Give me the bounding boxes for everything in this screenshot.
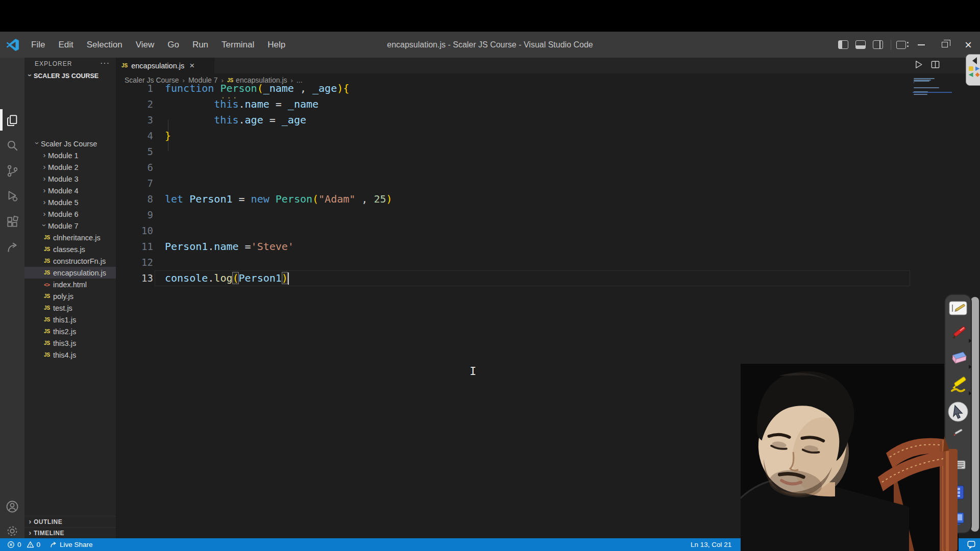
outline-section[interactable]: › OUTLINE (24, 516, 116, 527)
highlighter-tool[interactable] (949, 375, 967, 396)
tree-item-this3-js[interactable]: JSthis3.js (24, 337, 116, 349)
code-line-4[interactable]: 4} (116, 128, 980, 144)
tree-item-module-2[interactable]: ›Module 2 (24, 161, 116, 173)
tree-item-this1-js[interactable]: JSthis1.js (24, 314, 116, 325)
tree-item-encapsulation-js[interactable]: JSencapsulation.js (24, 267, 116, 279)
mini-folder-icon[interactable] (969, 66, 973, 71)
source-control-activity-button[interactable] (0, 160, 24, 182)
notifications-bell[interactable] (967, 540, 976, 550)
tree-item-module-3[interactable]: ›Module 3 (24, 173, 116, 185)
toggle-secondary-sidebar-icon[interactable] (873, 40, 883, 49)
whiteboard-tool[interactable] (949, 301, 967, 317)
tree-item-classes-js[interactable]: JSclasses.js (24, 243, 116, 255)
js-file-icon: JS (44, 293, 53, 299)
line-number: 5 (116, 144, 153, 160)
tree-item-this2-js[interactable]: JSthis2.js (24, 325, 116, 337)
code-editor[interactable]: 1function Person(_name , _age){2 this.na… (116, 81, 980, 387)
accounts-button[interactable] (0, 495, 24, 518)
menu-help[interactable]: Help (261, 37, 292, 53)
code-line-6[interactable]: 6 (116, 160, 980, 176)
code-line-3[interactable]: 3 this.age = _age (116, 112, 980, 128)
tab-close-icon[interactable]: × (189, 61, 194, 71)
restore-button[interactable] (933, 32, 957, 58)
toggle-panel-icon[interactable] (855, 40, 866, 49)
live-share-status[interactable]: Live Share (50, 541, 93, 548)
code-line-8[interactable]: 8let Person1 = new Person("Adam" , 25) (116, 191, 980, 207)
code-token: Person1 (239, 272, 282, 284)
explorer-activity-button[interactable] (0, 109, 24, 132)
html-file-icon: <> (44, 282, 53, 288)
code-token: . (208, 240, 214, 253)
tree-item-poly-js[interactable]: JSpoly.js (24, 290, 116, 302)
tree-item-constructorfn-js[interactable]: JSconstructorFn.js (24, 255, 116, 267)
menu-file[interactable]: File (24, 37, 52, 53)
vscode-logo-icon (6, 38, 19, 52)
close-icon: × (965, 39, 972, 51)
tree-item-module-7[interactable]: ›Module 7 (24, 220, 116, 232)
grid-window-tool[interactable] (951, 485, 965, 502)
mini-back-icon[interactable] (969, 72, 973, 77)
menu-run[interactable]: Run (186, 37, 215, 53)
tree-item-module-5[interactable]: ›Module 5 (24, 196, 116, 208)
eraser-flyout-arrow[interactable] (969, 365, 972, 369)
keyboard-tool[interactable] (950, 459, 966, 472)
pen-flyout-arrow[interactable] (969, 339, 972, 343)
timeline-section[interactable]: › TIMELINE (24, 527, 116, 538)
mini-gear-icon[interactable] (975, 72, 980, 77)
chevron-down-icon: › (40, 222, 49, 229)
problems-status[interactable]: 0 0 (7, 541, 40, 548)
cursor-position-status[interactable]: Ln 13, Col 21 (691, 541, 731, 548)
code-token: . (239, 98, 245, 110)
code-token (183, 193, 189, 205)
menu-view[interactable]: View (129, 37, 161, 53)
menu-go[interactable]: Go (161, 37, 186, 53)
tree-item-this4-js[interactable]: JSthis4.js (24, 349, 116, 361)
menu-selection[interactable]: Selection (80, 37, 129, 53)
pen-tool[interactable] (949, 324, 967, 344)
code-line-12[interactable]: 12 (116, 255, 980, 270)
small-pen-icon[interactable] (951, 427, 965, 440)
minimap[interactable] (914, 78, 952, 160)
annotation-collapsed-widget[interactable] (966, 54, 980, 86)
tree-item-module-6[interactable]: ›Module 6 (24, 208, 116, 220)
tab-encapsulation-js[interactable]: JS encapsulation.js × (116, 58, 214, 73)
tree-item-clnheritance-js[interactable]: JSclnheritance.js (24, 232, 116, 243)
tree-item-module-4[interactable]: ›Module 4 (24, 185, 116, 196)
explorer-section-scaler-js-course[interactable]: › SCALER JS COURSE (24, 70, 116, 82)
code-line-5[interactable]: 5 (116, 144, 980, 160)
menu-edit[interactable]: Edit (52, 37, 80, 53)
chevron-right-icon: › (41, 174, 48, 183)
eraser-tool[interactable] (949, 350, 967, 367)
live-share-activity-button[interactable] (0, 236, 24, 259)
code-line-7[interactable]: 7 (116, 176, 980, 191)
explorer-header: EXPLORER ··· (24, 58, 116, 70)
highlighter-flyout-arrow[interactable] (969, 391, 972, 395)
explorer-more-actions[interactable]: ··· (100, 59, 110, 68)
files-icon (6, 114, 19, 128)
tree-item-label: index.html (53, 281, 87, 289)
tree-item-module-1[interactable]: ›Module 1 (24, 149, 116, 161)
code-line-10[interactable]: 10 (116, 223, 980, 239)
tree-item-index-html[interactable]: <>index.html (24, 279, 116, 290)
extensions-activity-button[interactable] (0, 211, 24, 233)
search-activity-button[interactable] (0, 134, 24, 157)
toggle-sidebar-icon[interactable] (838, 40, 848, 49)
monitor-tool[interactable] (951, 512, 965, 528)
code-line-13[interactable]: 13console.log(Person1) (116, 270, 980, 286)
chevron-right-icon: › (41, 186, 48, 194)
menu-terminal[interactable]: Terminal (215, 37, 261, 53)
run-file-button[interactable] (914, 60, 923, 69)
customize-layout-icon[interactable] (896, 41, 906, 49)
minimize-button[interactable] (910, 32, 933, 58)
mini-play-icon[interactable] (975, 66, 980, 71)
code-line-11[interactable]: 11Person1.name ='Steve' (116, 239, 980, 255)
split-editor-button[interactable] (930, 60, 940, 69)
run-debug-activity-button[interactable] (0, 185, 24, 207)
code-line-9[interactable]: 9 (116, 207, 980, 223)
cursor-tool-active[interactable] (947, 401, 969, 424)
code-line-2[interactable]: 2 this.name = _name (116, 96, 980, 112)
account-icon (5, 499, 19, 514)
tree-item-test-js[interactable]: JStest.js (24, 302, 116, 314)
tree-item-scaler-js-course[interactable]: ›Scaler Js Course (24, 138, 116, 149)
code-line-1[interactable]: 1function Person(_name , _age){ (116, 81, 980, 96)
